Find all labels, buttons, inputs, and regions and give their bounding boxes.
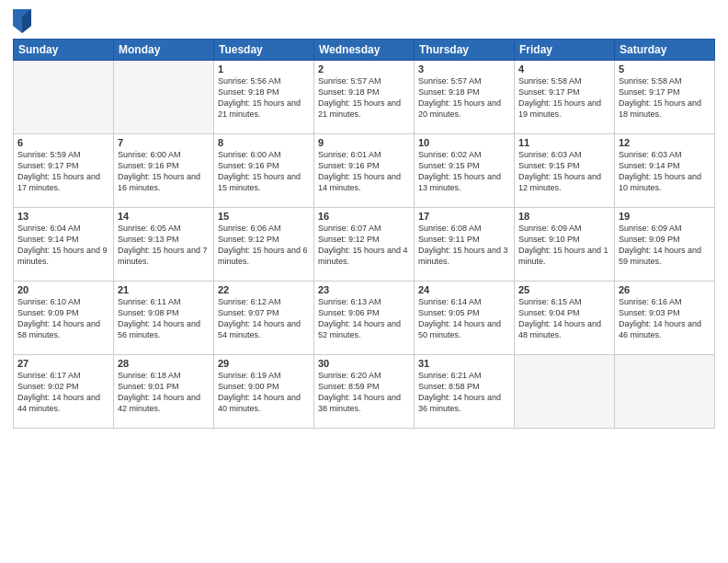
calendar-day-cell: 15 Sunrise: 6:06 AM Sunset: 9:12 PM Dayl… — [214, 208, 314, 282]
day-number: 27 — [17, 358, 109, 369]
day-number: 4 — [518, 63, 610, 75]
day-number: 22 — [218, 284, 310, 295]
weekday-header-cell: Thursday — [415, 40, 515, 61]
day-number: 7 — [118, 137, 210, 148]
day-number: 21 — [118, 284, 210, 295]
day-info: Sunrise: 6:02 AM Sunset: 9:15 PM Dayligh… — [418, 149, 510, 194]
day-info: Sunrise: 6:06 AM Sunset: 9:12 PM Dayligh… — [218, 223, 310, 268]
calendar-week-row: 1 Sunrise: 5:56 AM Sunset: 9:18 PM Dayli… — [14, 61, 715, 134]
calendar-table: SundayMondayTuesdayWednesdayThursdayFrid… — [13, 39, 715, 429]
calendar-day-cell: 24 Sunrise: 6:14 AM Sunset: 9:05 PM Dayl… — [415, 282, 515, 355]
day-number: 12 — [619, 137, 711, 148]
day-info: Sunrise: 6:17 AM Sunset: 9:02 PM Dayligh… — [17, 370, 109, 415]
weekday-header-cell: Sunday — [14, 40, 114, 61]
day-info: Sunrise: 5:58 AM Sunset: 9:17 PM Dayligh… — [518, 75, 610, 121]
day-info: Sunrise: 6:13 AM Sunset: 9:06 PM Dayligh… — [318, 296, 410, 341]
calendar-day-cell — [615, 355, 715, 429]
day-info: Sunrise: 6:18 AM Sunset: 9:01 PM Dayligh… — [118, 370, 210, 415]
day-number: 15 — [218, 211, 310, 222]
day-number: 19 — [619, 211, 711, 222]
weekday-header-cell: Saturday — [615, 40, 715, 61]
day-number: 10 — [418, 137, 510, 148]
calendar-day-cell: 8 Sunrise: 6:00 AM Sunset: 9:16 PM Dayli… — [214, 134, 314, 208]
day-info: Sunrise: 6:16 AM Sunset: 9:03 PM Dayligh… — [619, 296, 711, 341]
calendar-day-cell: 3 Sunrise: 5:57 AM Sunset: 9:18 PM Dayli… — [415, 61, 515, 134]
calendar-day-cell — [114, 61, 214, 134]
day-number: 28 — [118, 358, 210, 369]
calendar-day-cell: 16 Sunrise: 6:07 AM Sunset: 9:12 PM Dayl… — [314, 208, 415, 282]
day-number: 5 — [619, 63, 711, 75]
calendar-day-cell: 7 Sunrise: 6:00 AM Sunset: 9:16 PM Dayli… — [114, 134, 214, 208]
weekday-header-cell: Wednesday — [314, 40, 415, 61]
calendar-day-cell: 5 Sunrise: 5:58 AM Sunset: 9:17 PM Dayli… — [615, 61, 715, 134]
calendar-week-row: 20 Sunrise: 6:10 AM Sunset: 9:09 PM Dayl… — [14, 282, 715, 355]
calendar-page: SundayMondayTuesdayWednesdayThursdayFrid… — [0, 0, 728, 563]
day-info: Sunrise: 6:09 AM Sunset: 9:09 PM Dayligh… — [619, 223, 711, 268]
calendar-day-cell: 2 Sunrise: 5:57 AM Sunset: 9:18 PM Dayli… — [314, 61, 415, 134]
day-info: Sunrise: 6:11 AM Sunset: 9:08 PM Dayligh… — [118, 296, 210, 341]
day-number: 20 — [17, 284, 109, 295]
day-info: Sunrise: 6:01 AM Sunset: 9:16 PM Dayligh… — [318, 149, 410, 194]
day-number: 6 — [17, 137, 109, 148]
calendar-day-cell — [14, 61, 114, 134]
calendar-week-row: 27 Sunrise: 6:17 AM Sunset: 9:02 PM Dayl… — [14, 355, 715, 429]
calendar-day-cell: 1 Sunrise: 5:56 AM Sunset: 9:18 PM Dayli… — [214, 61, 314, 134]
day-number: 1 — [218, 63, 310, 75]
day-number: 8 — [218, 137, 310, 148]
day-info: Sunrise: 6:21 AM Sunset: 8:58 PM Dayligh… — [418, 370, 510, 415]
day-number: 24 — [418, 284, 510, 295]
calendar-day-cell: 21 Sunrise: 6:11 AM Sunset: 9:08 PM Dayl… — [114, 282, 214, 355]
day-info: Sunrise: 6:10 AM Sunset: 9:09 PM Dayligh… — [17, 296, 109, 341]
day-number: 18 — [518, 211, 610, 222]
calendar-day-cell: 20 Sunrise: 6:10 AM Sunset: 9:09 PM Dayl… — [14, 282, 114, 355]
day-number: 14 — [118, 211, 210, 222]
calendar-day-cell — [515, 355, 615, 429]
calendar-week-row: 6 Sunrise: 5:59 AM Sunset: 9:17 PM Dayli… — [14, 134, 715, 208]
day-info: Sunrise: 5:59 AM Sunset: 9:17 PM Dayligh… — [17, 149, 109, 194]
page-header — [13, 9, 715, 33]
day-number: 30 — [318, 358, 410, 369]
logo — [13, 9, 35, 33]
calendar-day-cell: 29 Sunrise: 6:19 AM Sunset: 9:00 PM Dayl… — [214, 355, 314, 429]
day-info: Sunrise: 6:19 AM Sunset: 9:00 PM Dayligh… — [218, 370, 310, 415]
calendar-day-cell: 25 Sunrise: 6:15 AM Sunset: 9:04 PM Dayl… — [515, 282, 615, 355]
day-number: 9 — [318, 137, 410, 148]
weekday-header-cell: Monday — [114, 40, 214, 61]
weekday-header-cell: Tuesday — [214, 40, 314, 61]
day-info: Sunrise: 5:58 AM Sunset: 9:17 PM Dayligh… — [619, 75, 711, 121]
day-number: 3 — [418, 63, 510, 75]
day-info: Sunrise: 6:04 AM Sunset: 9:14 PM Dayligh… — [17, 223, 109, 268]
day-number: 11 — [518, 137, 610, 148]
calendar-day-cell: 30 Sunrise: 6:20 AM Sunset: 8:59 PM Dayl… — [314, 355, 415, 429]
day-info: Sunrise: 5:57 AM Sunset: 9:18 PM Dayligh… — [418, 75, 510, 121]
day-info: Sunrise: 6:14 AM Sunset: 9:05 PM Dayligh… — [418, 296, 510, 341]
day-info: Sunrise: 6:00 AM Sunset: 9:16 PM Dayligh… — [118, 149, 210, 194]
day-info: Sunrise: 6:00 AM Sunset: 9:16 PM Dayligh… — [218, 149, 310, 194]
calendar-day-cell: 11 Sunrise: 6:03 AM Sunset: 9:15 PM Dayl… — [515, 134, 615, 208]
day-info: Sunrise: 6:09 AM Sunset: 9:10 PM Dayligh… — [518, 223, 610, 268]
day-info: Sunrise: 6:05 AM Sunset: 9:13 PM Dayligh… — [118, 223, 210, 268]
calendar-day-cell: 13 Sunrise: 6:04 AM Sunset: 9:14 PM Dayl… — [14, 208, 114, 282]
calendar-day-cell: 4 Sunrise: 5:58 AM Sunset: 9:17 PM Dayli… — [515, 61, 615, 134]
logo-icon — [13, 9, 31, 33]
day-info: Sunrise: 6:15 AM Sunset: 9:04 PM Dayligh… — [518, 296, 610, 341]
calendar-day-cell: 23 Sunrise: 6:13 AM Sunset: 9:06 PM Dayl… — [314, 282, 415, 355]
day-info: Sunrise: 6:20 AM Sunset: 8:59 PM Dayligh… — [318, 370, 410, 415]
weekday-header-cell: Friday — [515, 40, 615, 61]
calendar-day-cell: 31 Sunrise: 6:21 AM Sunset: 8:58 PM Dayl… — [415, 355, 515, 429]
calendar-day-cell: 22 Sunrise: 6:12 AM Sunset: 9:07 PM Dayl… — [214, 282, 314, 355]
calendar-day-cell: 10 Sunrise: 6:02 AM Sunset: 9:15 PM Dayl… — [415, 134, 515, 208]
day-info: Sunrise: 5:56 AM Sunset: 9:18 PM Dayligh… — [218, 75, 310, 121]
day-number: 31 — [418, 358, 510, 369]
day-number: 29 — [218, 358, 310, 369]
day-number: 26 — [619, 284, 711, 295]
calendar-day-cell: 27 Sunrise: 6:17 AM Sunset: 9:02 PM Dayl… — [14, 355, 114, 429]
day-info: Sunrise: 6:07 AM Sunset: 9:12 PM Dayligh… — [318, 223, 410, 268]
day-number: 2 — [318, 63, 410, 75]
calendar-day-cell: 28 Sunrise: 6:18 AM Sunset: 9:01 PM Dayl… — [114, 355, 214, 429]
calendar-day-cell: 6 Sunrise: 5:59 AM Sunset: 9:17 PM Dayli… — [14, 134, 114, 208]
day-number: 13 — [17, 211, 109, 222]
day-info: Sunrise: 5:57 AM Sunset: 9:18 PM Dayligh… — [318, 75, 410, 121]
calendar-day-cell: 26 Sunrise: 6:16 AM Sunset: 9:03 PM Dayl… — [615, 282, 715, 355]
day-info: Sunrise: 6:12 AM Sunset: 9:07 PM Dayligh… — [218, 296, 310, 341]
